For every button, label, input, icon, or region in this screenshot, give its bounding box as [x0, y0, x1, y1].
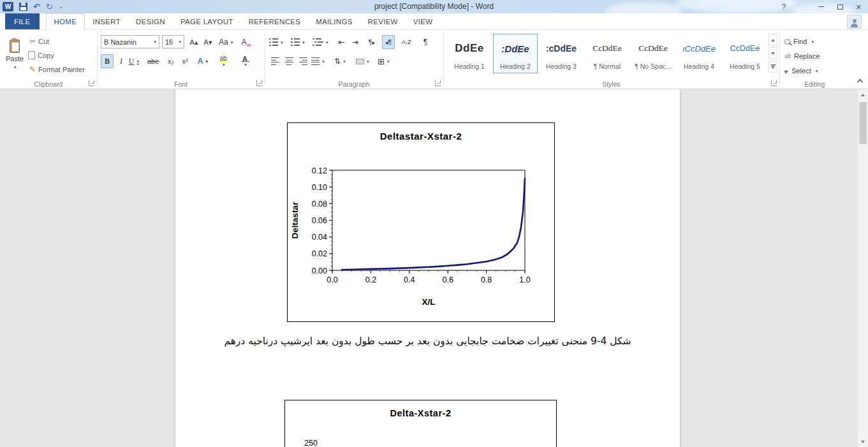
- scroll-down-button[interactable]: [858, 436, 868, 447]
- rtl-text-direction-button[interactable]: ◂¶: [382, 35, 395, 49]
- bold-button[interactable]: B: [101, 54, 114, 68]
- maximize-button[interactable]: [830, 0, 850, 13]
- tab-references[interactable]: REFERENCES: [241, 13, 309, 29]
- align-right-button[interactable]: [297, 54, 309, 68]
- align-left-icon: [271, 57, 279, 65]
- numbering-button[interactable]: [290, 35, 305, 49]
- change-case-button[interactable]: Aa: [218, 35, 233, 49]
- document-page[interactable]: Deltastar-Xstar-20.000.020.040.060.080.1…: [175, 89, 680, 447]
- plot-border: [332, 170, 525, 270]
- styles-scroll-up-button[interactable]: [769, 34, 777, 46]
- select-button[interactable]: ▶ Select: [784, 64, 818, 77]
- help-button[interactable]: ?: [776, 0, 792, 13]
- justify-button[interactable]: [311, 54, 325, 68]
- ribbon: Paste ✂ Cut Copy ✎ Format Painter Clipbo…: [0, 30, 868, 89]
- align-center-button[interactable]: [283, 54, 295, 68]
- highlight-color-button[interactable]: ab: [217, 54, 230, 68]
- grow-font-button[interactable]: A▴: [188, 35, 200, 49]
- y-tick-label: 0.04: [312, 233, 327, 242]
- find-button[interactable]: Find: [784, 35, 814, 48]
- x-tick-label: 0.2: [365, 275, 376, 284]
- user-avatar[interactable]: [847, 15, 862, 29]
- italic-button[interactable]: I: [115, 54, 128, 68]
- tab-design[interactable]: DESIGN: [128, 13, 173, 29]
- styles-gallery-more-button[interactable]: [769, 61, 777, 73]
- style-heading-4[interactable]: ıCcDdEe Heading 4: [677, 34, 721, 73]
- scrollbar-thumb[interactable]: [859, 102, 867, 144]
- font-size-combo[interactable]: 16: [162, 35, 184, 48]
- title-bar: W ↶ ↻ ⌄ project [Compatibility Mode] - W…: [0, 0, 868, 13]
- minimize-button[interactable]: [811, 0, 830, 13]
- font-dialog-launcher[interactable]: [256, 80, 262, 86]
- font-name-combo[interactable]: B Nazanin: [101, 35, 159, 48]
- document-area[interactable]: Deltastar-Xstar-20.000.020.040.060.080.1…: [0, 89, 868, 447]
- line-spacing-button[interactable]: ⇅: [334, 54, 346, 68]
- tab-review[interactable]: REVIEW: [360, 13, 406, 29]
- sort-button[interactable]: A↓Z: [400, 35, 413, 49]
- scroll-up-button[interactable]: [858, 89, 868, 100]
- underline-button[interactable]: U: [128, 54, 140, 68]
- align-left-button[interactable]: [268, 54, 281, 68]
- text-effects-button[interactable]: A: [196, 54, 209, 68]
- multilevel-list-button[interactable]: [312, 35, 329, 49]
- chart-deltastar-xstar-2[interactable]: Deltastar-Xstar-20.000.020.040.060.080.1…: [287, 122, 555, 322]
- decrease-indent-button[interactable]: ⇤: [335, 35, 348, 49]
- tab-page-layout[interactable]: PAGE LAYOUT: [173, 13, 241, 29]
- vertical-scrollbar[interactable]: [858, 89, 868, 447]
- style-heading-2[interactable]: :DdEe Heading 2: [493, 34, 538, 73]
- align-center-icon: [285, 57, 293, 65]
- collapse-ribbon-icon[interactable]: [857, 79, 864, 85]
- chart-delta-xstar-2[interactable]: Delta-Xstar-2 250: [284, 400, 557, 447]
- replace-button[interactable]: ab Replace: [784, 50, 820, 62]
- paste-button[interactable]: Paste: [3, 33, 27, 77]
- triangle-up-icon: [861, 94, 865, 96]
- cut-label: Cut: [38, 38, 49, 45]
- style-preview: CcDdEe: [592, 34, 622, 62]
- borders-button[interactable]: ⊞: [377, 54, 390, 68]
- shading-button[interactable]: [355, 54, 370, 68]
- multilevel-list-icon: [313, 38, 323, 47]
- style-no-spacing[interactable]: CcDdEe ¶ No Spac...: [631, 34, 675, 73]
- format-painter-button[interactable]: ✎ Format Painter: [29, 63, 85, 76]
- paste-label: Paste: [6, 55, 24, 62]
- cut-button[interactable]: ✂ Cut: [29, 35, 49, 48]
- word-window: W ↶ ↻ ⌄ project [Compatibility Mode] - W…: [0, 0, 868, 447]
- y-tick-label: 0.00: [312, 267, 327, 275]
- styles-scroll-down-button[interactable]: [769, 47, 777, 59]
- series-line: [342, 179, 525, 270]
- font-color-swatch: [241, 61, 249, 62]
- clear-formatting-button[interactable]: A: [240, 35, 253, 49]
- font-color-button[interactable]: A: [239, 54, 251, 68]
- styles-group-label: Styles: [443, 80, 779, 88]
- group-paragraph: ⇤ ⇥ ¶▸ ◂¶ A↓Z ¶ ⇅ ⊞ Paragraph: [265, 30, 443, 89]
- show-formatting-marks-button[interactable]: ¶: [419, 35, 432, 49]
- font-name-value: B Nazanin: [104, 38, 136, 46]
- style-heading-1[interactable]: DdEe Heading 1: [447, 34, 492, 73]
- tab-view[interactable]: VIEW: [406, 13, 441, 29]
- strikethrough-button[interactable]: abe: [147, 54, 159, 68]
- group-clipboard: Paste ✂ Cut Copy ✎ Format Painter Clipbo…: [0, 30, 97, 89]
- clipboard-dialog-launcher[interactable]: [89, 80, 94, 86]
- bullets-button[interactable]: [268, 35, 284, 49]
- copy-button[interactable]: Copy: [29, 49, 54, 62]
- tab-mailings[interactable]: MAILINGS: [308, 13, 360, 29]
- style-normal[interactable]: CcDdEe ¶ Normal: [585, 34, 629, 73]
- shrink-font-button[interactable]: A▾: [202, 35, 214, 49]
- ltr-text-direction-button[interactable]: ¶▸: [365, 35, 378, 49]
- chart2-title: Delta-Xstar-2: [285, 408, 556, 418]
- styles-dialog-launcher[interactable]: [771, 80, 777, 86]
- close-button[interactable]: ×: [850, 0, 868, 13]
- tab-insert[interactable]: INSERT: [85, 13, 128, 29]
- tab-home[interactable]: HOME: [46, 13, 85, 30]
- paragraph-dialog-launcher[interactable]: [435, 80, 441, 86]
- style-heading-3[interactable]: :cDdEe Heading 3: [539, 34, 584, 73]
- style-heading-5[interactable]: CcDdEe Heading 5: [723, 34, 767, 73]
- person-icon: [851, 24, 858, 27]
- subscript-button[interactable]: x₂: [165, 54, 177, 68]
- paragraph-group-label: Paragraph: [265, 80, 443, 88]
- y-tick-label: 0.02: [312, 249, 327, 258]
- increase-indent-button[interactable]: ⇥: [349, 35, 362, 49]
- tab-file[interactable]: FILE: [5, 13, 40, 29]
- superscript-button[interactable]: x²: [179, 54, 191, 68]
- chart-title: Deltastar-Xstar-2: [380, 131, 462, 142]
